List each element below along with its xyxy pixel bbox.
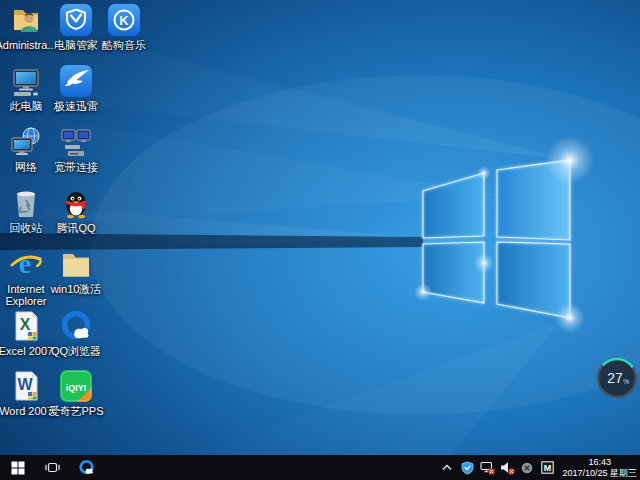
svg-text:K: K: [119, 13, 129, 28]
broadband-connection-icon: [59, 125, 93, 159]
svg-text:W: W: [17, 376, 33, 393]
clock-time: 16:43: [562, 457, 637, 468]
taskbar-qq-browser-button[interactable]: [72, 455, 100, 480]
desktop-icon-kugou-music[interactable]: K 酷狗音乐: [92, 3, 156, 51]
progress-unit: %: [623, 378, 629, 385]
windows-logo-icon: [11, 461, 25, 475]
excel-icon: X: [9, 309, 43, 343]
clock-date: 2017/10/25 星期三: [562, 468, 637, 479]
network-globe-icon: [9, 125, 43, 159]
icon-label: 极速迅雷: [54, 100, 98, 112]
circle-x-icon: [521, 462, 533, 474]
progress-badge[interactable]: 27 %: [595, 356, 639, 400]
svg-text:e: e: [19, 248, 31, 279]
m-letter-icon: M: [541, 461, 554, 474]
icon-label: 酷狗音乐: [102, 39, 146, 51]
icon-label: 爱奇艺PPS: [48, 405, 103, 417]
desktop-icon-tencent-qq[interactable]: 腾讯QQ: [44, 186, 108, 234]
icon-label: 腾讯QQ: [56, 222, 95, 234]
tray-network-icon[interactable]: [479, 460, 495, 476]
desktop-icon-qq-browser[interactable]: QQ浏览器: [44, 309, 108, 357]
computer-icon: [9, 64, 43, 98]
network-disconnected-icon: [480, 461, 495, 475]
icon-label: 宽带连接: [54, 161, 98, 173]
desktop-icon-iqiyi[interactable]: iQIYI 爱奇艺PPS: [44, 369, 108, 417]
tray-show-hidden-icons-button[interactable]: [439, 460, 455, 476]
speaker-muted-icon: [500, 461, 515, 475]
word-icon: W: [9, 369, 43, 403]
icon-label: QQ浏览器: [51, 345, 101, 357]
task-view-icon: [45, 461, 60, 474]
svg-text:iQIYI: iQIYI: [66, 383, 87, 393]
svg-text:X: X: [20, 316, 31, 333]
taskbar: M 16:43 2017/10/25 星期三: [0, 455, 640, 480]
tray-volume-icon[interactable]: [499, 460, 515, 476]
iqiyi-icon: iQIYI: [59, 369, 93, 403]
shield-icon: [461, 461, 474, 475]
tray-status-icon[interactable]: [519, 460, 535, 476]
progress-value: 27: [607, 370, 623, 386]
icon-label: 网络: [15, 161, 37, 173]
bird-icon: [59, 64, 93, 98]
qq-browser-icon: [78, 459, 95, 476]
task-view-button[interactable]: [38, 455, 66, 480]
recycle-bin-icon: [9, 186, 43, 220]
taskbar-clock[interactable]: 16:43 2017/10/25 星期三: [562, 457, 637, 478]
user-folder-icon: [9, 3, 43, 37]
qq-browser-icon: [59, 309, 93, 343]
desktop-icon-thunder[interactable]: 极速迅雷: [44, 64, 108, 112]
desktop-icon-broadband[interactable]: 宽带连接: [44, 125, 108, 173]
desktop[interactable]: Administra... 此电脑 网络 回收站: [0, 0, 640, 480]
icon-label: 此电脑: [10, 100, 43, 112]
folder-icon: [59, 247, 93, 281]
chevron-up-icon: [442, 464, 452, 471]
tray-pc-manager-icon[interactable]: [459, 460, 475, 476]
svg-text:M: M: [544, 463, 552, 473]
start-button[interactable]: [4, 455, 32, 480]
desktop-icon-win10-activation[interactable]: win10激活: [44, 247, 108, 295]
shield-icon: [59, 3, 93, 37]
icon-label: win10激活: [51, 283, 102, 295]
internet-explorer-icon: e: [9, 247, 43, 281]
icon-label: 回收站: [10, 222, 43, 234]
kugou-music-icon: K: [107, 3, 141, 37]
qq-penguin-icon: [59, 186, 93, 220]
tray-m-app-icon[interactable]: M: [539, 460, 555, 476]
